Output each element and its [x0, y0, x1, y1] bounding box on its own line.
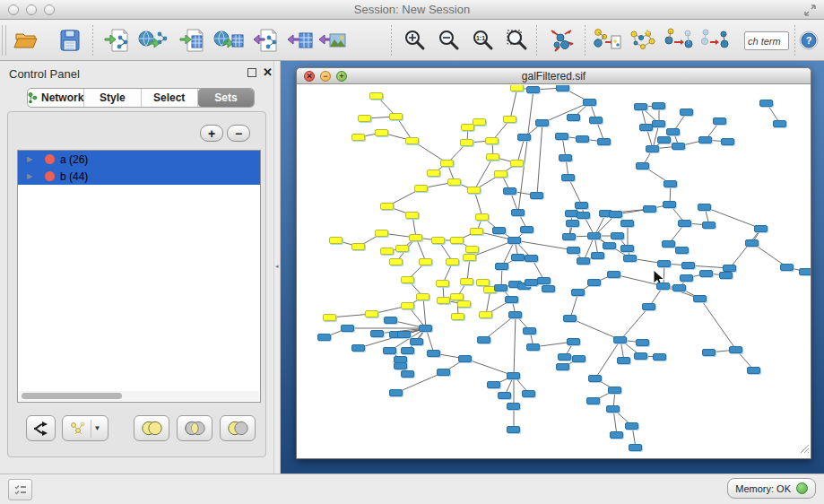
tab-network[interactable]: Network: [28, 89, 84, 107]
layout-set-button[interactable]: ▼: [62, 415, 108, 441]
graph-node-yellow[interactable]: [401, 302, 414, 309]
splitter-collapse-icon[interactable]: ◂: [275, 262, 279, 270]
graph-node-blue[interactable]: [561, 174, 575, 181]
graph-node-blue[interactable]: [613, 336, 627, 343]
graph-node-yellow[interactable]: [463, 254, 476, 261]
graph-node-blue[interactable]: [351, 344, 365, 352]
graph-node-blue[interactable]: [675, 247, 689, 254]
graph-node-yellow[interactable]: [450, 237, 464, 244]
graph-node-blue[interactable]: [652, 102, 665, 109]
graph-node-blue[interactable]: [634, 352, 647, 360]
graph-node-blue[interactable]: [719, 272, 733, 279]
graph-node-yellow[interactable]: [380, 203, 394, 210]
graph-node-yellow[interactable]: [323, 314, 336, 321]
graph-node-yellow[interactable]: [389, 258, 403, 265]
graph-node-blue[interactable]: [505, 296, 518, 303]
new-network-view-button[interactable]: [698, 23, 732, 57]
graph-node-blue[interactable]: [530, 192, 543, 199]
graph-node-blue[interactable]: [620, 245, 634, 252]
graph-node-blue[interactable]: [643, 205, 656, 213]
graph-node-blue[interactable]: [607, 271, 620, 278]
graph-node-blue[interactable]: [526, 86, 540, 93]
graph-node-blue[interactable]: [566, 220, 579, 227]
graph-node-blue[interactable]: [437, 369, 450, 376]
float-panel-icon[interactable]: [247, 68, 256, 77]
save-session-button[interactable]: [53, 23, 87, 57]
graph-node-blue[interactable]: [698, 204, 711, 211]
graph-node-yellow[interactable]: [351, 134, 365, 141]
graph-node-yellow[interactable]: [451, 313, 464, 320]
graph-node-blue[interactable]: [389, 389, 403, 396]
graph-node-blue[interactable]: [666, 128, 680, 135]
zoom-in-button[interactable]: [398, 23, 432, 57]
zoom-out-button[interactable]: [432, 23, 466, 57]
graph-node-yellow[interactable]: [446, 258, 459, 265]
copy-network-button[interactable]: [662, 23, 696, 57]
graph-node-blue[interactable]: [555, 133, 568, 140]
graph-node-yellow[interactable]: [414, 185, 428, 192]
graph-node-blue[interactable]: [401, 347, 414, 354]
graph-node-blue[interactable]: [591, 252, 604, 259]
graph-node-yellow[interactable]: [486, 153, 499, 161]
graph-node-blue[interactable]: [494, 284, 507, 291]
graph-node-blue[interactable]: [542, 285, 555, 292]
resize-grip-icon[interactable]: [797, 441, 810, 454]
graph-node-yellow[interactable]: [431, 237, 445, 244]
graph-node-blue[interactable]: [672, 284, 686, 291]
graph-node-blue[interactable]: [394, 362, 407, 369]
graph-node-blue[interactable]: [747, 367, 760, 374]
graph-node-yellow[interactable]: [470, 228, 483, 235]
graph-node-blue[interactable]: [773, 120, 786, 127]
tab-style[interactable]: Style: [84, 89, 141, 107]
graph-node-blue[interactable]: [617, 357, 630, 364]
zoom-actual-size-button[interactable]: 1:1: [466, 23, 500, 57]
graph-node-yellow[interactable]: [475, 213, 489, 221]
graph-node-blue[interactable]: [522, 390, 535, 397]
graph-node-blue[interactable]: [634, 103, 647, 110]
union-sets-button[interactable]: [134, 415, 169, 441]
graph-node-blue[interactable]: [636, 162, 649, 169]
horizontal-scrollbar[interactable]: [19, 391, 259, 401]
graph-node-blue[interactable]: [721, 138, 734, 145]
select-first-neighbors-button[interactable]: [626, 23, 660, 57]
graph-node-blue[interactable]: [656, 282, 670, 290]
graph-node-blue[interactable]: [492, 227, 506, 234]
graph-node-blue[interactable]: [576, 135, 589, 143]
graph-node-yellow[interactable]: [465, 246, 479, 253]
graph-node-blue[interactable]: [567, 338, 580, 345]
graph-node-blue[interactable]: [625, 422, 638, 430]
graph-node-blue[interactable]: [603, 242, 616, 249]
graph-node-blue[interactable]: [606, 405, 620, 413]
graph-node-blue[interactable]: [507, 372, 520, 379]
help-button[interactable]: ?: [794, 23, 823, 57]
graph-node-blue[interactable]: [693, 295, 707, 302]
graph-node-yellow[interactable]: [369, 92, 383, 100]
graph-node-yellow[interactable]: [401, 276, 414, 283]
graph-node-blue[interactable]: [780, 264, 794, 271]
graph-node-blue[interactable]: [341, 325, 354, 332]
graph-node-yellow[interactable]: [405, 212, 419, 219]
zoom-selected-button[interactable]: [500, 23, 534, 57]
graph-node-yellow[interactable]: [389, 113, 403, 120]
graph-node-blue[interactable]: [646, 145, 659, 152]
graph-node-yellow[interactable]: [447, 178, 461, 186]
graph-node-yellow[interactable]: [479, 311, 492, 318]
import-table-web-button[interactable]: [212, 23, 246, 57]
export-image-button[interactable]: [316, 23, 350, 57]
graph-node-yellow[interactable]: [440, 160, 454, 167]
export-network-button[interactable]: [249, 23, 283, 57]
import-network-file-button[interactable]: [100, 23, 134, 57]
graph-node-blue[interactable]: [401, 370, 414, 378]
graph-node-blue[interactable]: [572, 355, 585, 362]
graph-node-blue[interactable]: [558, 353, 571, 361]
graph-node-blue[interactable]: [563, 315, 577, 322]
difference-sets-button[interactable]: [220, 415, 256, 441]
graph-node-blue[interactable]: [525, 255, 538, 262]
graph-node-blue[interactable]: [508, 311, 522, 318]
graph-node-blue[interactable]: [507, 426, 520, 433]
graph-node-yellow[interactable]: [460, 278, 473, 285]
graph-node-blue[interactable]: [567, 114, 580, 121]
graph-node-yellow[interactable]: [358, 115, 371, 122]
graph-node-blue[interactable]: [639, 124, 653, 131]
graph-node-blue[interactable]: [713, 117, 726, 125]
